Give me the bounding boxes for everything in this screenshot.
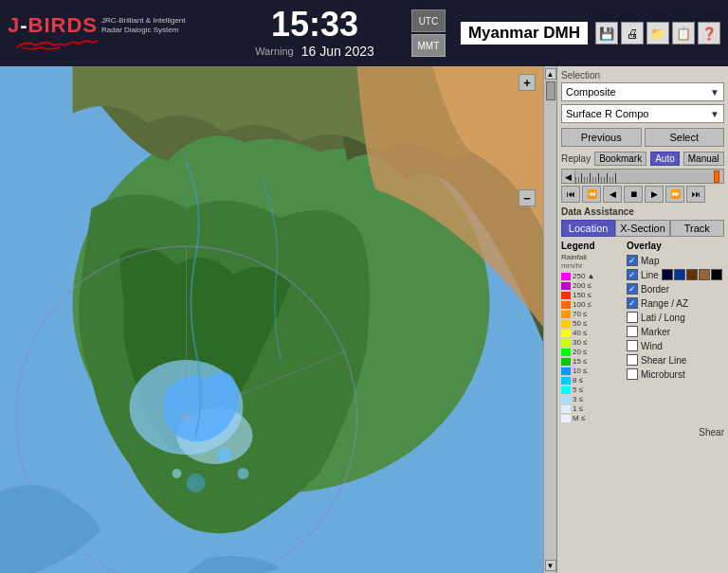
range-az-checkbox[interactable]: ✓ (627, 297, 638, 309)
map-checkbox[interactable]: ✓ (627, 255, 638, 266)
print-icon[interactable]: 🖨 (621, 22, 644, 45)
copy-icon[interactable]: 📋 (672, 22, 695, 45)
selection-group: Selection Composite ▼ Surface R Compo ▼ (561, 70, 724, 123)
timeline-handle[interactable] (714, 170, 719, 183)
overlay-title: Overlay (627, 241, 724, 251)
time-area: 15:33 Warning 16 Jun 2023 (226, 8, 404, 59)
skip-end-button[interactable]: ⏭ (686, 186, 705, 203)
surface-r-select[interactable]: Surface R Compo ▼ (561, 104, 724, 123)
logo-subtitle: JRC-Brilliant & IntelligentRadar Dialogi… (101, 16, 185, 36)
rewind-fast-button[interactable]: ⏪ (582, 186, 601, 203)
scale-row: 15 ≤ (561, 357, 623, 366)
stop-button[interactable]: ⏹ (624, 186, 643, 203)
logo-bird-icon (8, 38, 102, 53)
overlay-lati-long: Lati / Long (627, 312, 724, 323)
svg-point-6 (187, 474, 206, 492)
scroll-down-arrow[interactable]: ▼ (545, 560, 556, 571)
scale-row: 70 ≤ (561, 310, 623, 318)
utc-area: UTC MMT (411, 9, 446, 57)
rainfall-unit: mm/hr (561, 261, 623, 270)
composite-select[interactable]: Composite ▼ (561, 82, 724, 101)
lati-long-checkbox[interactable] (627, 312, 638, 323)
scale-row: 30 ≤ (561, 338, 623, 347)
logo-area: J-BIRDS JRC-Brilliant & IntelligentRadar… (8, 13, 226, 53)
overlay-shear-line: Shear Line (627, 354, 724, 366)
terrain-map (0, 66, 543, 573)
map-area[interactable]: + − (0, 66, 543, 573)
selection-label: Selection (561, 70, 724, 81)
action-row: Previous Select (561, 128, 724, 147)
play-button[interactable]: ▶ (645, 186, 664, 203)
time-display: 15:33 (271, 8, 358, 42)
scale-row: 40 ≤ (561, 329, 623, 337)
overlay-microburst: Microburst (627, 368, 724, 380)
scrollbar[interactable]: ▲ ▼ (544, 66, 557, 573)
logo-text: J-BIRDS (8, 13, 98, 38)
manual-button[interactable]: Manual (683, 152, 724, 166)
wind-checkbox[interactable] (627, 340, 638, 351)
legend-overlay-area: Legend Rainfall mm/hr 250 ▲ 200 ≤ 150 ≤ … (561, 241, 724, 423)
panel-content: Selection Composite ▼ Surface R Compo ▼ (557, 66, 728, 573)
header: J-BIRDS JRC-Brilliant & IntelligentRadar… (0, 0, 728, 66)
auto-button[interactable]: Auto (650, 152, 680, 166)
surface-select-row: Surface R Compo ▼ (561, 104, 724, 123)
scale-row: M ≤ (561, 414, 623, 422)
data-assistance-label: Data Assistance (561, 206, 724, 217)
previous-button[interactable]: Previous (561, 128, 642, 147)
rewind-button[interactable]: ◀ (603, 186, 622, 203)
svg-point-7 (173, 469, 182, 478)
replay-label: Replay (561, 153, 591, 164)
scale-row: 8 ≤ (561, 376, 623, 385)
skip-start-button[interactable]: ⏮ (561, 186, 580, 203)
zoom-out-button[interactable]: − (519, 189, 536, 206)
scale-row: 100 ≤ (561, 300, 623, 309)
org-area: Myanmar DMH (461, 22, 588, 45)
forward-fast-button[interactable]: ⏩ (665, 186, 684, 203)
line-checkbox[interactable]: ✓ (627, 269, 638, 280)
warning-label: Warning (255, 45, 294, 57)
utc-button[interactable]: UTC (411, 9, 446, 32)
svg-point-5 (238, 468, 249, 479)
tab-xsection[interactable]: X-Section (615, 220, 669, 237)
scale-row: 20 ≤ (561, 348, 623, 356)
save-icon[interactable]: 💾 (595, 22, 618, 45)
org-name: Myanmar DMH (461, 22, 588, 45)
svg-point-4 (217, 447, 232, 462)
mmt-button[interactable]: MMT (411, 34, 446, 57)
marker-checkbox[interactable] (627, 326, 638, 337)
timeline-track[interactable]: ◀ (561, 169, 724, 184)
tab-track[interactable]: Track (670, 220, 724, 237)
data-assistance-section: Data Assistance Location X-Section Track… (561, 206, 724, 438)
date-display: 16 Jun 2023 (301, 44, 374, 59)
overlay-map: ✓ Map (627, 255, 724, 266)
legend-title: Legend (561, 241, 623, 251)
border-checkbox[interactable]: ✓ (627, 283, 638, 295)
rainfall-label: Rainfall (561, 253, 623, 261)
folder-icon[interactable]: 📁 (646, 22, 669, 45)
composite-select-row: Composite ▼ (561, 82, 724, 101)
tab-location[interactable]: Location (561, 220, 615, 237)
timeline-left-arrow[interactable]: ◀ (562, 170, 575, 184)
transport-controls: ⏮ ⏪ ◀ ⏹ ▶ ⏩ ⏭ (561, 186, 724, 203)
scale-row: 150 ≤ (561, 291, 623, 299)
right-panel: ▲ ▼ Selection Composite ▼ (543, 66, 728, 573)
scale-row: 3 ≤ (561, 395, 623, 403)
color-scale: 250 ▲ 200 ≤ 150 ≤ 100 ≤ 70 ≤ 50 ≤ 40 ≤ 3… (561, 272, 623, 422)
microburst-checkbox[interactable] (627, 368, 638, 380)
main: + − ▲ ▼ Selection (0, 66, 728, 573)
select-button[interactable]: Select (645, 128, 725, 147)
bookmark-button[interactable]: Bookmark (594, 152, 646, 166)
line-swatches (662, 269, 722, 280)
scroll-up-arrow[interactable]: ▲ (545, 68, 556, 80)
shear-line-checkbox[interactable] (627, 354, 638, 366)
overlay-border: ✓ Border (627, 283, 724, 295)
scale-row: 1 ≤ (561, 404, 623, 413)
scale-row: 10 ≤ (561, 367, 623, 375)
overlay-range-az: ✓ Range / AZ (627, 297, 724, 309)
scale-row: 5 ≤ (561, 385, 623, 394)
shear-label: Shear (561, 427, 724, 438)
tabs-row: Location X-Section Track (561, 220, 724, 237)
scroll-thumb[interactable] (546, 81, 555, 100)
zoom-in-button[interactable]: + (519, 74, 536, 91)
help-icon[interactable]: ❓ (698, 22, 720, 45)
